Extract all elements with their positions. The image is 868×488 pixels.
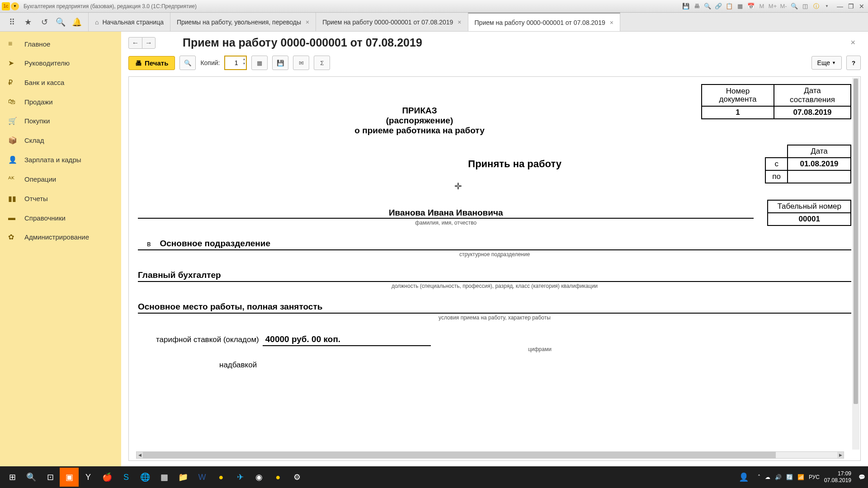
close-content-button[interactable]: × (850, 38, 855, 47)
history-icon[interactable]: ↺ (38, 16, 51, 28)
calendar-icon[interactable]: 📅 (747, 2, 755, 10)
date-header: Дата составления (774, 84, 851, 106)
apps-icon[interactable]: ⠿ (5, 16, 18, 28)
notifications-icon[interactable]: 💬 (859, 474, 865, 480)
mail-button[interactable]: ✉ (293, 56, 309, 70)
start-button[interactable]: ⊞ (3, 468, 22, 487)
back-button[interactable]: ← (128, 37, 142, 49)
taskbar-calc-icon[interactable]: ▦ (155, 468, 174, 487)
salary-label: тарифной ставкой (окладом) (138, 335, 259, 344)
star-icon[interactable]: ★ (22, 16, 34, 28)
people-icon[interactable]: 👤 (734, 468, 753, 487)
taskbar-telegram-icon[interactable]: ✈ (231, 468, 250, 487)
zoom-icon[interactable]: 🔍 (790, 2, 798, 10)
sidebar-item-stock[interactable]: 📦Склад (0, 131, 121, 150)
close-icon[interactable]: × (306, 19, 309, 26)
m-icon[interactable]: M (758, 2, 766, 10)
taskbar-skype-icon[interactable]: S (117, 468, 136, 487)
sidebar-item-salary[interactable]: 👤Зарплата и кадры (0, 150, 121, 169)
spinner-icon[interactable]: ▲▼ (243, 57, 246, 66)
info-icon[interactable]: ⓘ (812, 2, 820, 10)
info-dropdown-icon[interactable]: ▼ (823, 2, 831, 10)
close-icon[interactable]: × (610, 19, 613, 26)
sidebar-item-purchases[interactable]: 🛒Покупки (0, 111, 121, 131)
taskview-button[interactable]: ⊡ (41, 468, 60, 487)
preview-button[interactable]: 🔍 (179, 56, 196, 70)
document-area[interactable]: ПРИКАЗ (распоряжение) о приеме работника… (128, 76, 861, 461)
panel-icon[interactable]: ◫ (801, 2, 809, 10)
taskbar-clock[interactable]: 17:09 07.08.2019 (824, 470, 854, 484)
taskbar-app-2[interactable]: 🍎 (98, 468, 117, 487)
taskbar-yandex-icon[interactable]: Y (79, 468, 98, 487)
tray-lang[interactable]: РУС (809, 474, 820, 480)
tab-label: Приемы на работу, увольнения, переводы (177, 19, 301, 26)
sidebar: ≡Главное ➤Руководителю ₽Банк и касса 🛍Пр… (0, 32, 121, 466)
print-button[interactable]: 🖶Печать (128, 56, 175, 70)
m-minus-icon[interactable]: M- (779, 2, 788, 10)
sidebar-item-admin[interactable]: ✿Администрирование (0, 227, 121, 247)
to-label: по (765, 170, 788, 183)
cart-icon: 🛒 (8, 117, 18, 125)
calc-icon[interactable]: ▦ (736, 2, 744, 10)
copy-icon[interactable]: 📋 (725, 2, 733, 10)
search-icon[interactable]: 🔍 (54, 16, 67, 28)
horizontal-scrollbar[interactable]: ◀ ▶ (136, 451, 844, 459)
sidebar-item-main[interactable]: ≡Главное (0, 34, 121, 53)
preview-icon[interactable]: 🔍 (703, 2, 712, 10)
sidebar-item-bank[interactable]: ₽Банк и касса (0, 73, 121, 92)
tabnum-value: 00001 (768, 213, 851, 225)
save-icon[interactable]: 💾 (682, 2, 690, 10)
taskbar-app-1[interactable]: ▣ (60, 468, 79, 487)
close-icon[interactable]: × (458, 19, 461, 26)
sidebar-item-label: Администрирование (24, 233, 89, 241)
table-button[interactable]: ▦ (251, 56, 268, 70)
arrow-icon: ➤ (8, 59, 18, 67)
more-button[interactable]: Еще▼ (811, 56, 842, 70)
taskbar-settings-icon[interactable]: ⚙ (288, 468, 307, 487)
help-button[interactable]: ? (846, 56, 861, 70)
taskbar-word-icon[interactable]: W (193, 468, 212, 487)
taskbar-chrome-icon[interactable]: ◉ (250, 468, 269, 487)
taskbar-1c-icon[interactable]: ● (212, 468, 231, 487)
taskbar-explorer-icon[interactable]: 📁 (174, 468, 193, 487)
sidebar-item-label: Продажи (24, 98, 53, 106)
sum-button[interactable]: Σ (314, 56, 330, 70)
taskbar-app-3[interactable]: 🌐 (136, 468, 155, 487)
app-dropdown-icon[interactable]: ▼ (11, 2, 19, 10)
save-button[interactable]: 💾 (272, 56, 288, 70)
scroll-left-icon[interactable]: ◀ (137, 452, 143, 458)
tray-cloud-icon[interactable]: ☁ (765, 474, 770, 480)
tab-hire-doc-2[interactable]: Прием на работу 0000-000001 от 07.08.201… (468, 13, 620, 31)
link-icon[interactable]: 🔗 (714, 2, 722, 10)
maximize-button[interactable]: ❐ (846, 2, 855, 10)
tray-wifi-icon[interactable]: 📶 (797, 474, 804, 480)
tab-hires[interactable]: Приемы на работу, увольнения, переводы × (170, 13, 316, 31)
m-plus-icon[interactable]: M+ (769, 2, 777, 10)
taskbar-1c-icon-2[interactable]: ● (269, 468, 288, 487)
tray-network-icon[interactable]: 🔄 (786, 474, 793, 480)
tab-hire-doc-1[interactable]: Прием на работу 0000-000001 от 07.08.201… (316, 13, 468, 31)
position-value: Главный бухгалтер (138, 270, 221, 280)
sidebar-item-reports[interactable]: ▮▮Отчеты (0, 189, 121, 208)
tray-volume-icon[interactable]: 🔊 (775, 474, 782, 480)
sidebar-item-sales[interactable]: 🛍Продажи (0, 92, 121, 111)
vertical-scrollbar[interactable] (852, 78, 859, 450)
fio-value: Иванова Ивана Ивановича (138, 208, 754, 219)
tray-chevron-icon[interactable]: ˄ (758, 474, 760, 480)
scroll-right-icon[interactable]: ▶ (837, 452, 844, 458)
close-button[interactable]: ✕ (857, 2, 866, 10)
print-icon[interactable]: 🖶 (693, 2, 701, 10)
sidebar-item-director[interactable]: ➤Руководителю (0, 53, 121, 73)
dept-prefix: в (147, 240, 151, 248)
tab-home[interactable]: ⌂ Начальная страница (88, 13, 170, 31)
doc-title-3: о приеме работника на работу (138, 126, 701, 136)
sidebar-item-operations[interactable]: ᴬᴷОперации (0, 169, 121, 189)
sidebar-item-directories[interactable]: ▬Справочники (0, 208, 121, 227)
sidebar-item-label: Банк и касса (24, 79, 64, 86)
forward-button[interactable]: → (142, 37, 156, 49)
dept-note: структурное подразделение (138, 251, 851, 258)
bell-icon[interactable]: 🔔 (71, 16, 83, 28)
search-button[interactable]: 🔍 (22, 468, 41, 487)
sidebar-item-label: Зарплата и кадры (24, 156, 81, 164)
minimize-button[interactable]: — (835, 2, 844, 10)
